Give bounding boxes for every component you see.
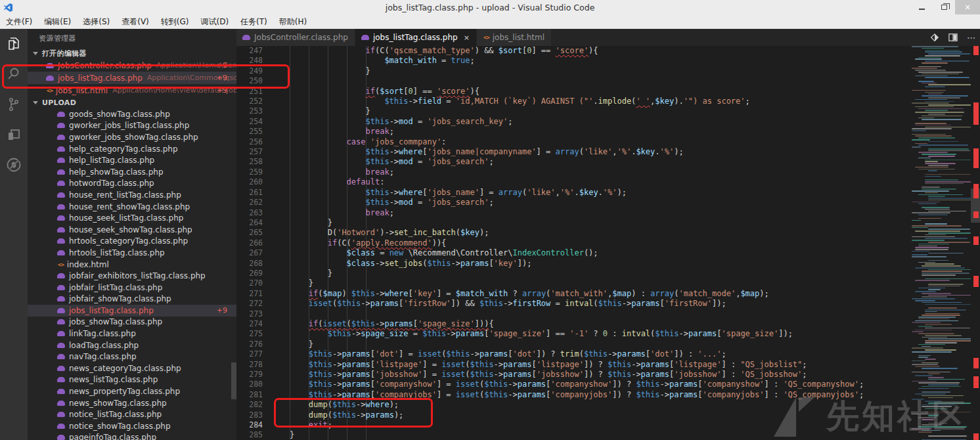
file-item[interactable]: news_propertyTag.class.php	[28, 385, 236, 397]
line-text: break;	[271, 208, 394, 218]
file-item[interactable]: house_rent_showTag.class.php	[28, 201, 236, 213]
code-line: 259 break;	[236, 167, 912, 177]
file-item[interactable]: jobfair_showTag.class.php	[28, 294, 236, 305]
line-number: 248	[236, 56, 263, 66]
file-item[interactable]: house_rent_listTag.class.php	[28, 189, 236, 201]
minimap-line	[918, 426, 967, 428]
file-item[interactable]: <>index.html	[28, 259, 236, 271]
tab-close-icon[interactable]: ×	[464, 33, 470, 42]
file-item[interactable]: navTag.class.php	[28, 351, 236, 363]
file-item[interactable]: hrtools_categoryTag.class.php	[28, 236, 236, 248]
minimap-line	[918, 57, 941, 58]
code-editor[interactable]: 247 if(C('qscms_match_type') && $sort[0]…	[236, 46, 912, 440]
explorer-icon[interactable]	[0, 29, 28, 59]
minimap-line	[928, 232, 971, 234]
extensions-icon[interactable]	[0, 120, 28, 150]
menu-item[interactable]: 选择(S)	[77, 14, 116, 29]
code-line: 274 if(isset($this->params['spage_size']…	[236, 319, 912, 329]
minimap-line	[915, 393, 946, 395]
debug-icon[interactable]	[0, 150, 28, 180]
menu-item[interactable]: 调试(D)	[194, 14, 234, 29]
minimap-line	[918, 288, 945, 289]
minimap-line	[915, 231, 960, 232]
menu-item[interactable]: 任务(T)	[234, 14, 273, 29]
line-number: 271	[236, 289, 263, 299]
file-name: notice_showTag.class.php	[69, 422, 171, 431]
menu-item[interactable]: 转到(G)	[155, 14, 195, 29]
open-editor-item[interactable]: JobsController.class.phpApplication\Home…	[28, 59, 236, 72]
file-item[interactable]: notice_showTag.class.php	[28, 420, 236, 432]
file-item[interactable]: help_showTag.class.php	[28, 166, 236, 178]
file-item[interactable]: jobfair_exhibitors_listTag.class.php	[28, 270, 236, 282]
code-line: 262 $this->mod = 'jobs_search';	[236, 198, 912, 208]
source-control-icon[interactable]	[0, 89, 28, 120]
file-item[interactable]: jobs_showTag.class.php	[28, 317, 236, 328]
minimap-line	[918, 417, 936, 418]
search-icon[interactable]	[0, 59, 28, 89]
minimap-line	[912, 128, 952, 129]
minimap-line	[912, 130, 926, 131]
open-editor-item[interactable]: <>jobs_list.htmlApplication\Home\View\de…	[28, 84, 236, 97]
minimap-line	[915, 76, 948, 77]
file-item[interactable]: hrtools_listTag.class.php	[28, 247, 236, 259]
file-item[interactable]: linkTag.class.php	[28, 328, 236, 340]
minimap-line	[912, 240, 945, 241]
tab-jobs_list.html[interactable]: <>jobs_list.html	[477, 29, 552, 46]
file-item[interactable]: help_categoryTag.class.php	[28, 143, 236, 155]
file-item[interactable]: house_seek_showTag.class.php	[28, 224, 236, 236]
file-item[interactable]: gworker_jobs_showTag.class.php	[28, 131, 236, 143]
file-item[interactable]: help_listTag.class.php	[28, 154, 236, 166]
more-actions-icon[interactable]: ⋯	[967, 33, 976, 43]
file-item[interactable]: pageinfoTag.class.php	[28, 432, 236, 440]
menu-item[interactable]: 编辑(E)	[38, 14, 77, 29]
open-editors-header[interactable]: 打开的编辑器	[28, 47, 236, 59]
minimap-line	[912, 102, 949, 104]
overview-ruler[interactable]	[971, 46, 980, 440]
file-item[interactable]: goods_showTag.class.php	[28, 108, 236, 120]
file-item[interactable]: gworker_jobs_listTag.class.php	[28, 120, 236, 132]
minimap-line	[918, 169, 955, 170]
line-number: 252	[236, 97, 263, 106]
minimap-line	[922, 154, 956, 155]
file-name: JobsController.class.php	[58, 61, 152, 70]
open-editor-item[interactable]: jobs_listTag.class.phpApplication\Common…	[28, 72, 236, 84]
minimap-line	[918, 194, 963, 196]
close-button[interactable]: ✕	[955, 0, 980, 14]
file-item[interactable]: news_listTag.class.php	[28, 374, 236, 386]
line-number: 273	[236, 309, 263, 319]
error-mark	[973, 184, 979, 198]
sidebar-scrollbar[interactable]	[231, 363, 236, 399]
tab-jobs_listTag.class.php[interactable]: jobs_listTag.class.php×	[355, 29, 477, 46]
file-item[interactable]: loadTag.class.php	[28, 340, 236, 351]
html-file-icon: <>	[58, 261, 64, 268]
minimap-line	[915, 58, 942, 60]
line-number: 269	[236, 269, 263, 278]
minimize-button[interactable]	[910, 0, 933, 14]
file-item[interactable]: news_categoryTag.class.php	[28, 363, 236, 374]
minimap[interactable]	[912, 46, 971, 440]
file-item[interactable]: hotwordTag.class.php	[28, 178, 236, 190]
menu-item[interactable]: 文件(F)	[0, 14, 38, 29]
php-file-icon	[58, 181, 65, 186]
minimap-line	[912, 347, 943, 349]
file-item[interactable]: notice_listTag.class.php	[28, 408, 236, 420]
minimap-line	[915, 143, 927, 144]
code-line: 251 if($sort[0] == 'score'){	[236, 87, 912, 97]
menu-item[interactable]: 查看(V)	[116, 14, 155, 29]
minimap-line	[928, 269, 971, 271]
file-item[interactable]: jobs_listTag.class.php+9	[28, 305, 236, 317]
split-editor-icon[interactable]	[948, 33, 958, 42]
minimap-line	[912, 225, 962, 227]
minimap-line	[912, 254, 927, 255]
folder-header[interactable]: UPLOAD	[28, 97, 236, 108]
file-item[interactable]: news_showTag.class.php	[28, 397, 236, 409]
menu-item[interactable]: 帮助(H)	[273, 14, 313, 29]
minimap-line	[928, 338, 971, 340]
file-item[interactable]: jobfair_listTag.class.php	[28, 282, 236, 294]
tab-JobsController.class.php[interactable]: JobsController.class.php	[236, 29, 355, 46]
restore-button[interactable]	[933, 0, 955, 14]
open-changes-icon[interactable]	[930, 33, 939, 42]
minimap-line	[922, 302, 962, 303]
minimap-line	[918, 118, 934, 119]
file-item[interactable]: house_seek_listTag.class.php	[28, 212, 236, 224]
